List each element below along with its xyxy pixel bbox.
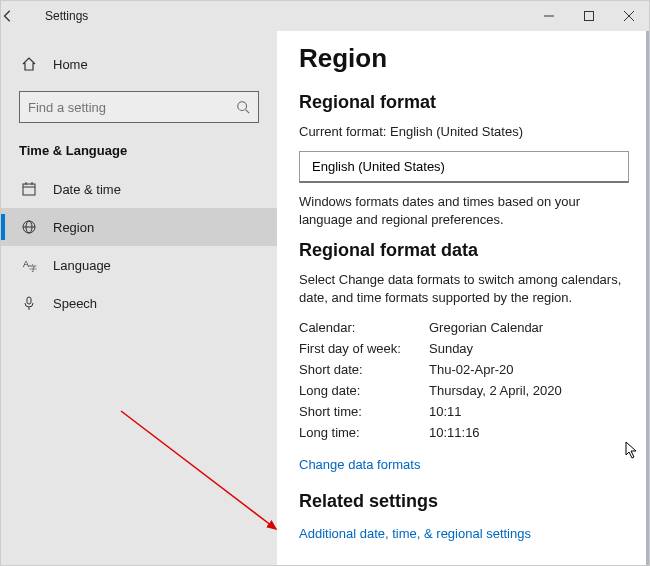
globe-icon <box>19 219 39 235</box>
svg-rect-15 <box>27 297 31 304</box>
format-data-heading: Regional format data <box>299 240 627 261</box>
svg-rect-1 <box>585 12 594 21</box>
maximize-icon <box>584 11 594 21</box>
sidebar-item-label: Date & time <box>53 182 121 197</box>
related-settings-heading: Related settings <box>299 491 627 512</box>
format-data-grid: Calendar:Gregorian Calendar First day of… <box>299 317 627 443</box>
format-dropdown-value: English (United States) <box>312 159 445 174</box>
back-button[interactable] <box>1 9 41 23</box>
language-icon: A字 <box>19 257 39 273</box>
nav-home-label: Home <box>53 57 88 72</box>
titlebar: Settings <box>1 1 649 31</box>
sidebar-item-region[interactable]: Region <box>1 208 277 246</box>
row-short-time: Short time:10:11 <box>299 401 627 422</box>
row-first-day: First day of week:Sunday <box>299 338 627 359</box>
close-button[interactable] <box>609 1 649 31</box>
maximize-button[interactable] <box>569 1 609 31</box>
regional-format-heading: Regional format <box>299 92 627 113</box>
minimize-icon <box>544 11 554 21</box>
microphone-icon <box>19 295 39 311</box>
svg-rect-6 <box>23 184 35 195</box>
row-long-time: Long time:10:11:16 <box>299 422 627 443</box>
format-description: Windows formats dates and times based on… <box>299 193 627 229</box>
search-input[interactable] <box>28 100 236 115</box>
sidebar: Home Time & Language Date & time Region … <box>1 31 277 566</box>
content-area: Region Regional format Current format: E… <box>277 31 649 566</box>
sidebar-item-label: Language <box>53 258 111 273</box>
format-dropdown[interactable]: English (United States) <box>299 151 629 183</box>
format-data-description: Select Change data formats to switch amo… <box>299 271 627 307</box>
sidebar-item-label: Region <box>53 220 94 235</box>
window-title: Settings <box>45 9 88 23</box>
sidebar-item-speech[interactable]: Speech <box>1 284 277 322</box>
current-format-label: Current format: English (United States) <box>299 123 627 141</box>
svg-point-4 <box>238 102 247 111</box>
sidebar-item-label: Speech <box>53 296 97 311</box>
home-icon <box>19 56 39 72</box>
change-formats-link[interactable]: Change data formats <box>299 457 420 472</box>
nav-home[interactable]: Home <box>1 45 277 83</box>
sidebar-section-title: Time & Language <box>1 133 277 170</box>
calendar-icon <box>19 181 39 197</box>
search-icon <box>236 100 250 114</box>
sidebar-item-date-time[interactable]: Date & time <box>1 170 277 208</box>
minimize-button[interactable] <box>529 1 569 31</box>
svg-line-5 <box>246 110 250 114</box>
row-calendar: Calendar:Gregorian Calendar <box>299 317 627 338</box>
svg-text:字: 字 <box>29 264 37 273</box>
page-title: Region <box>299 43 627 74</box>
arrow-left-icon <box>1 9 15 23</box>
search-box[interactable] <box>19 91 259 123</box>
close-icon <box>624 11 634 21</box>
mouse-cursor <box>625 441 639 459</box>
sidebar-item-language[interactable]: A字 Language <box>1 246 277 284</box>
additional-settings-link[interactable]: Additional date, time, & regional settin… <box>299 526 531 541</box>
row-short-date: Short date:Thu-02-Apr-20 <box>299 359 627 380</box>
scrollbar[interactable] <box>646 31 649 565</box>
row-long-date: Long date:Thursday, 2 April, 2020 <box>299 380 627 401</box>
